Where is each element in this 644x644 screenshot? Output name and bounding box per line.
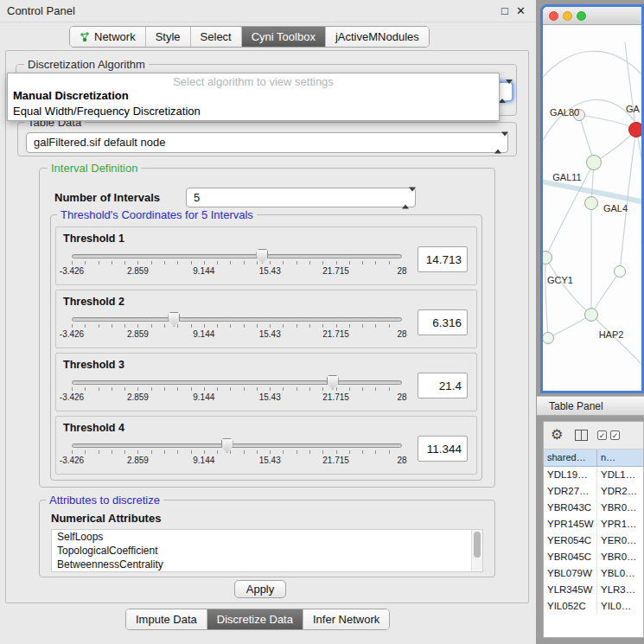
table-row[interactable]: YDR27…YDR2… <box>544 483 643 500</box>
table-row[interactable]: YPR145WYPR1… <box>544 516 643 532</box>
numerical-attributes-list[interactable]: SelfLoopsTopologicalCoefficientBetweenne… <box>51 529 483 572</box>
table-cell-name: YLR3… <box>597 582 643 598</box>
threshold-value-field[interactable] <box>418 309 468 335</box>
tab-impute-data[interactable]: Impute Data <box>126 609 207 629</box>
threshold-slider[interactable]: -3.4262.8599.14415.4321.71528 <box>72 376 402 407</box>
slider-track[interactable] <box>72 317 402 322</box>
tab-network[interactable]: Network <box>70 27 145 47</box>
network-icon <box>80 32 90 42</box>
tab-cyni-toolbox[interactable]: Cyni Toolbox <box>241 27 325 47</box>
tab-discretize-data-label: Discretize Data <box>217 609 293 629</box>
attributes-scrollbar[interactable] <box>471 530 482 571</box>
slider-ticks <box>72 450 402 454</box>
node-table-window: ⚙ ✓ ✓ shared… n… YDL19…YDL1…YDR27…YDR2…Y… <box>543 421 644 638</box>
slider-scale-label: -3.426 <box>60 456 84 465</box>
table-cell-name: YDR2… <box>597 483 643 500</box>
table-cell-shared-name: YBR045C <box>544 549 597 565</box>
tab-discretize-data[interactable]: Discretize Data <box>207 609 303 629</box>
close-icon[interactable]: ✕ <box>516 0 526 22</box>
threshold-value-field[interactable] <box>418 373 468 399</box>
network-window-titlebar <box>543 7 641 25</box>
slider-track[interactable] <box>72 443 402 448</box>
threshold-value-field[interactable] <box>418 436 468 462</box>
table-data-combobox[interactable]: galFiltered.sif default node <box>26 132 508 153</box>
partial-node-label: GA <box>626 104 640 114</box>
tab-style[interactable]: Style <box>145 27 190 47</box>
attribute-items: SelfLoopsTopologicalCoefficientBetweenne… <box>52 530 482 571</box>
network-node[interactable] <box>584 196 598 210</box>
network-node[interactable] <box>628 122 641 137</box>
slider-scale: -3.4262.8599.14415.4321.71528 <box>72 392 402 403</box>
slider-scale-label: 15.43 <box>259 329 281 339</box>
minimize-traffic-light[interactable] <box>563 11 572 21</box>
table-cell-name: YBR0… <box>597 549 643 565</box>
slider-scale-label: 28 <box>397 456 406 465</box>
attribute-list-item[interactable]: TopologicalCoefficient <box>52 544 482 558</box>
tab-select[interactable]: Select <box>190 27 241 47</box>
threshold-label: Threshold 3 <box>63 359 124 371</box>
table-cell-name: YBR0… <box>597 500 643 516</box>
tab-jactivemnodules[interactable]: jActiveMNodules <box>325 27 429 47</box>
algorithm-option-equal-width[interactable]: Equal Width/Frequency Discretization <box>13 105 201 118</box>
apply-button[interactable]: Apply <box>234 580 286 598</box>
control-panel-titlebar: Control Panel □ ✕ <box>0 0 536 22</box>
table-row[interactable]: YBL079WYBL0… <box>544 565 643 582</box>
table-cell-name: YPR1… <box>597 516 643 532</box>
table-panel-header[interactable]: Table Panel <box>537 396 644 416</box>
slider-scale-label: 28 <box>397 392 406 402</box>
cyni-bottom-tabs: Impute Data Discretize Data Infer Networ… <box>125 609 390 630</box>
table-row[interactable]: YDL19…YDL1… <box>544 467 643 483</box>
tab-infer-network[interactable]: Infer Network <box>303 609 389 629</box>
algorithm-placeholder-option[interactable]: Select algorithm to view settings <box>8 75 499 88</box>
network-canvas[interactable]: GA GAL80GAL11GAL4GCY1HAP2 <box>543 25 641 391</box>
close-traffic-light[interactable] <box>549 11 558 21</box>
network-node-label: GAL11 <box>552 172 581 182</box>
network-node[interactable] <box>584 308 598 322</box>
slider-scale-label: 2.859 <box>127 392 149 402</box>
threshold-box: Threshold 2-3.4262.8599.14415.4321.71528 <box>55 290 477 348</box>
slider-scale-label: 9.144 <box>193 392 214 402</box>
attributes-group-title: Attributes to discretize <box>46 494 163 507</box>
tab-cyni-toolbox-label: Cyni Toolbox <box>252 27 316 47</box>
table-cell-name: YBL0… <box>597 565 643 582</box>
slider-scale-label: 21.715 <box>322 329 349 339</box>
column-header-name[interactable]: n… <box>597 450 643 466</box>
checkbox-icon-2[interactable]: ✓ <box>610 430 620 440</box>
table-row[interactable]: YBR045CYBR0… <box>544 549 643 565</box>
interval-definition-group-title: Interval Definition <box>48 162 141 175</box>
threshold-slider[interactable]: -3.4262.8599.14415.4321.71528 <box>72 250 402 281</box>
slider-track[interactable] <box>72 254 402 258</box>
table-cell-shared-name: YIL052C <box>544 598 597 615</box>
table-cell-name: YDL1… <box>597 467 643 483</box>
network-node[interactable] <box>586 155 602 170</box>
attribute-list-item[interactable]: SelfLoops <box>52 530 482 544</box>
threshold-slider[interactable]: -3.4262.8599.14415.4321.71528 <box>72 313 402 344</box>
attribute-list-item[interactable]: BetweennessCentrality <box>52 558 482 571</box>
column-header-shared-name[interactable]: shared… <box>544 450 597 466</box>
number-of-intervals-combobox[interactable]: 5 <box>186 188 416 207</box>
column-view-icon[interactable] <box>575 430 588 441</box>
network-node-label: GCY1 <box>547 275 573 285</box>
scrollbar-thumb[interactable] <box>474 532 481 558</box>
table-row[interactable]: YER054CYER0… <box>544 532 643 549</box>
float-window-icon[interactable]: □ <box>501 0 508 22</box>
zoom-traffic-light[interactable] <box>577 11 586 21</box>
threshold-slider[interactable]: -3.4262.8599.14415.4321.71528 <box>72 439 402 470</box>
threshold-value-field[interactable] <box>418 246 468 272</box>
table-cell-shared-name: YLR345W <box>544 582 597 598</box>
network-node[interactable] <box>614 265 626 277</box>
gear-icon[interactable]: ⚙ <box>551 426 563 443</box>
algorithm-option-manual[interactable]: Manual Discretization <box>13 89 129 102</box>
table-cell-name: YER0… <box>597 532 643 549</box>
checkbox-icon-1[interactable]: ✓ <box>597 430 607 440</box>
table-row[interactable]: YBR043CYBR0… <box>544 500 643 516</box>
slider-scale-label: 2.859 <box>127 329 149 339</box>
table-row[interactable]: YLR345WYLR3… <box>544 582 643 598</box>
network-node-label: HAP2 <box>599 329 624 340</box>
number-of-intervals-value: 5 <box>194 188 200 207</box>
table-row[interactable]: YIL052CYIL0… <box>544 598 643 615</box>
tab-infer-network-label: Infer Network <box>313 609 379 629</box>
table-cell-shared-name: YDL19… <box>544 467 597 483</box>
slider-track[interactable] <box>72 380 402 385</box>
network-view-window: GA GAL80GAL11GAL4GCY1HAP2 <box>540 4 644 393</box>
